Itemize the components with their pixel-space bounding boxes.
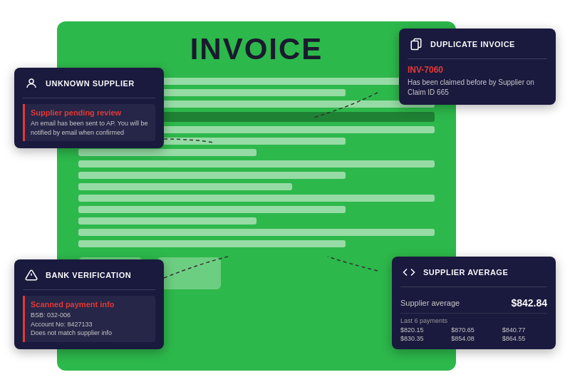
bank-verification-card: BANK VERIFICATION Scanned payment info B… [14,259,164,349]
bank-verification-title: BANK VERIFICATION [46,271,131,279]
inv-desc: Has been claimed before by Supplier on C… [408,78,547,98]
invoice-line [78,183,292,190]
card-header-bank: BANK VERIFICATION [23,267,155,290]
invoice-line [78,229,435,236]
card-header-unknown-supplier: UNKNOWN SUPPLIER [23,75,155,98]
main-container: INVOICE [0,0,570,392]
card-header-duplicate: DUPLICATE INVOICE [408,36,547,59]
invoice-line [78,195,435,202]
user-icon [23,75,40,92]
payments-label: Last 6 payments [400,317,547,324]
payment-val-1: $820.15 [400,326,445,334]
duplicate-invoice-title: DUPLICATE INVOICE [430,40,515,48]
duplicate-icon [408,36,425,53]
invoice-line [78,172,346,179]
unknown-supplier-title: UNKNOWN SUPPLIER [46,79,135,88]
invoice-line [78,160,435,167]
avg-row: Supplier average $842.84 [400,293,547,314]
unknown-supplier-alert: Supplier pending review An email has bee… [23,104,155,141]
svg-point-0 [29,79,33,83]
warning-icon [23,267,40,284]
invoice-line [78,149,256,156]
bank-verification-alert-title: Scanned payment info [31,300,150,309]
inv-number: INV-7060 [408,65,547,75]
bank-verification-alert: Scanned payment info BSB: 032-006 Accoun… [23,296,155,342]
unknown-supplier-alert-body: An email has been sent to AP. You will b… [31,119,150,137]
payment-val-5: $854.08 [451,335,496,342]
card-header-supplier-avg: SUPPLIER AVERAGE [400,264,547,287]
avg-value: $842.84 [511,297,547,309]
unknown-supplier-alert-title: Supplier pending review [31,108,150,117]
doc-card-2 [157,257,221,289]
payments-grid: $820.15 $870.65 $840.77 $830.35 $854.08 … [400,326,547,342]
unknown-supplier-card: UNKNOWN SUPPLIER Supplier pending review… [14,68,164,148]
avg-label: Supplier average [400,299,460,307]
payment-val-6: $864.55 [502,335,547,342]
duplicate-invoice-card: DUPLICATE INVOICE INV-7060 Has been clai… [399,29,556,105]
invoice-line [78,240,346,247]
supplier-average-card: SUPPLIER AVERAGE Supplier average $842.8… [392,257,556,349]
invoice-line [78,217,256,225]
payment-val-4: $830.35 [400,335,445,342]
supplier-average-title: SUPPLIER AVERAGE [423,268,508,277]
code-icon [400,264,418,281]
svg-rect-2 [411,41,418,50]
invoice-title: INVOICE [190,32,323,66]
invoice-line [78,206,346,213]
payment-val-2: $870.65 [451,326,496,334]
payment-val-3: $840.77 [502,326,547,334]
bank-verification-alert-body: BSB: 032-006 Account No: 8427133 Does no… [31,311,150,338]
